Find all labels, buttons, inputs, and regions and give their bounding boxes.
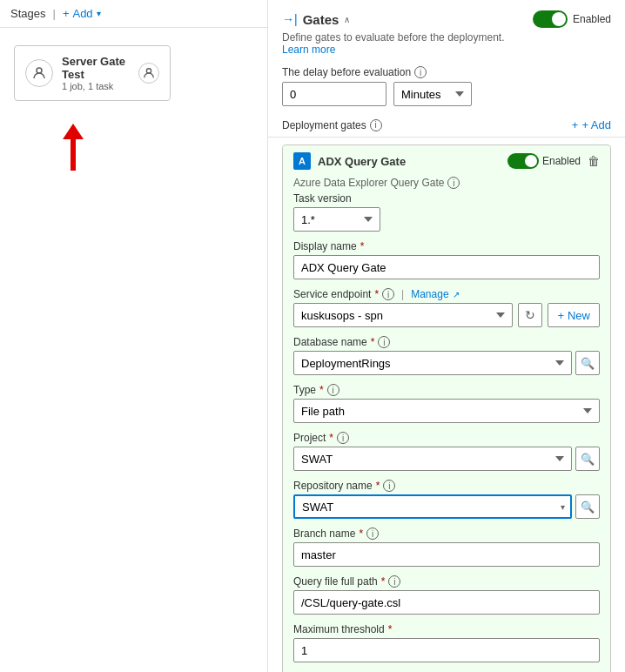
service-row: kuskusops - spn ↻ + New	[293, 303, 600, 327]
stage-icon	[25, 59, 53, 87]
stage-sub: 1 job, 1 task	[62, 81, 130, 91]
repo-name-group: Repository name * i ▾ 🔍	[293, 480, 600, 519]
repo-name-info-icon[interactable]: i	[383, 480, 395, 492]
service-endpoint-group: Service endpoint * i | Manage ↗ kuskusop…	[293, 288, 600, 327]
stages-divider: |	[52, 7, 55, 20]
query-path-input[interactable]	[293, 590, 600, 615]
project-required: *	[329, 432, 333, 444]
stage-name: Server Gate Test	[62, 55, 130, 81]
repo-name-label: Repository name	[293, 480, 373, 492]
branch-input[interactable]	[293, 542, 600, 567]
plus-icon: +	[63, 7, 70, 20]
gate-enabled-toggle[interactable]: Enabled	[507, 153, 581, 169]
toggle-knob	[552, 12, 566, 26]
db-name-required: *	[371, 336, 375, 348]
gates-header: →| Gates ∧ Enabled	[268, 0, 625, 31]
gates-toggle[interactable]: Enabled	[533, 10, 611, 28]
gates-title-area: →| Gates ∧	[282, 12, 350, 27]
db-name-info-icon[interactable]: i	[378, 336, 390, 348]
db-name-label: Database name	[293, 336, 367, 348]
add-gate-plus-icon: +	[572, 118, 579, 131]
project-select[interactable]: SWAT	[293, 447, 572, 471]
gate-toggle-label: Enabled	[542, 155, 581, 167]
deployment-gates-info-icon[interactable]: i	[370, 119, 382, 131]
type-label: Type	[293, 384, 316, 396]
max-threshold-input[interactable]	[293, 638, 600, 662]
database-name-group: Database name * i DeploymentRings 🔍	[293, 336, 600, 375]
query-path-group: Query file full path * i	[293, 575, 600, 615]
max-threshold-group: Maximum threshold *	[293, 623, 600, 662]
minutes-select[interactable]: Minutes	[393, 82, 472, 106]
svg-point-1	[146, 69, 151, 73]
display-name-group: Display name *	[293, 240, 600, 279]
service-endpoint-required: *	[374, 288, 379, 300]
repo-search-button[interactable]: 🔍	[575, 494, 600, 519]
stage-info: Server Gate Test 1 job, 1 task	[62, 55, 130, 91]
learn-more-link[interactable]: Learn more	[282, 44, 335, 56]
db-name-select[interactable]: DeploymentRings	[293, 351, 572, 375]
repo-name-required: *	[376, 480, 380, 492]
repo-name-input[interactable]	[293, 494, 572, 519]
red-arrow-indicator	[63, 124, 84, 171]
task-version-select[interactable]: 1.*	[293, 207, 380, 232]
add-stage-button[interactable]: + Add ▾	[63, 7, 101, 20]
type-info-icon[interactable]: i	[327, 384, 339, 396]
delete-gate-icon[interactable]: 🗑	[588, 154, 600, 168]
gate-card: A ADX Query Gate Enabled 🗑 Azure Data Ex…	[282, 144, 611, 672]
gate-toggle-control[interactable]	[507, 153, 539, 169]
type-select[interactable]: File path	[293, 399, 600, 423]
new-plus-icon: +	[557, 309, 564, 322]
service-endpoint-info-icon[interactable]: i	[382, 288, 394, 300]
type-required: *	[319, 384, 324, 396]
display-name-input[interactable]	[293, 255, 600, 279]
branch-label: Branch name	[293, 528, 355, 540]
gate-toggle-knob	[525, 155, 537, 167]
project-info-icon[interactable]: i	[337, 432, 349, 444]
repo-chevron-icon: ▾	[561, 502, 565, 512]
add-label: Add	[72, 7, 92, 20]
toggle-label: Enabled	[573, 13, 611, 25]
query-path-required: *	[381, 575, 386, 588]
gate-sub-info-icon[interactable]: i	[447, 177, 460, 189]
toggle-control[interactable]	[533, 10, 568, 28]
project-label: Project	[293, 432, 326, 444]
project-group: Project * i SWAT 🔍	[293, 432, 600, 471]
adx-icon: A	[293, 152, 311, 170]
task-version-label: Task version	[293, 192, 352, 205]
gates-arrow-icon: →|	[282, 12, 298, 26]
query-path-label: Query file full path	[293, 575, 378, 588]
new-endpoint-button[interactable]: + New	[548, 303, 600, 327]
deployment-gates-header: Deployment gates i + + Add	[268, 113, 625, 138]
max-threshold-required: *	[388, 623, 393, 635]
gates-chevron-icon[interactable]: ∧	[344, 15, 350, 24]
stages-label: Stages	[10, 7, 45, 20]
gates-description: Define gates to evaluate before the depl…	[268, 31, 625, 57]
gate-body: Task version 1.* Display name * Service …	[283, 192, 610, 672]
branch-name-group: Branch name * i	[293, 528, 600, 567]
gate-card-title: ADX Query Gate	[318, 155, 501, 168]
delay-input[interactable]	[282, 82, 386, 106]
service-endpoint-select[interactable]: kuskusops - spn	[293, 303, 513, 327]
deployment-gates-label: Deployment gates i	[282, 119, 382, 131]
delay-label: The delay before evaluation i	[268, 57, 625, 82]
service-endpoint-label: Service endpoint	[293, 288, 371, 300]
type-group: Type * i File path	[293, 384, 600, 423]
delay-row: Minutes	[268, 82, 625, 113]
branch-info-icon[interactable]: i	[366, 528, 379, 540]
gates-title: Gates	[303, 12, 339, 27]
max-threshold-label: Maximum threshold	[293, 623, 385, 635]
query-path-info-icon[interactable]: i	[388, 575, 400, 588]
db-search-button[interactable]: 🔍	[575, 351, 600, 375]
delay-info-icon[interactable]: i	[414, 66, 427, 78]
project-search-button[interactable]: 🔍	[575, 447, 600, 471]
svg-point-0	[37, 68, 42, 73]
manage-external-icon: ↗	[453, 290, 460, 299]
manage-link[interactable]: Manage	[411, 288, 448, 300]
stage-card[interactable]: Server Gate Test 1 job, 1 task	[14, 45, 171, 101]
refresh-button[interactable]: ↻	[518, 303, 542, 327]
branch-required: *	[359, 528, 363, 540]
stage-user-icon	[138, 63, 159, 84]
gate-subtitle: Azure Data Explorer Query Gate i	[283, 177, 610, 192]
add-gate-button[interactable]: + + Add	[572, 118, 611, 131]
chevron-down-icon: ▾	[97, 9, 101, 18]
